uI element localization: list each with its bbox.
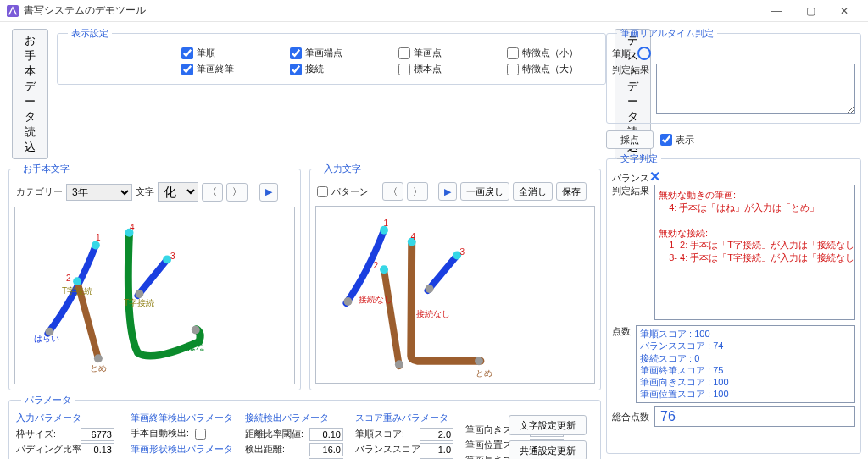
display-cb-5[interactable] — [290, 64, 302, 75]
w-balance-input[interactable] — [420, 443, 453, 456]
total-label: 総合点数 — [612, 411, 649, 423]
endstroke-auto-checkbox[interactable] — [195, 429, 206, 440]
no-connect-1: 接続なし — [359, 294, 392, 306]
model-canvas: 1 2 3 4 T字接続 T字接続 はらい とめ はね — [14, 207, 295, 384]
no-connect-2: 接続なし — [416, 308, 450, 320]
input-canvas[interactable]: 1 2 3 4 接続なし 接続なし とめ — [315, 206, 596, 384]
display-cb-4[interactable] — [181, 64, 193, 75]
score-list-box[interactable]: 筆順スコア : 100バランススコア : 74接続スコア : 0筆画終筆スコア … — [636, 325, 855, 403]
update-char-button[interactable]: 文字設定更新 — [509, 415, 587, 435]
category-select[interactable]: 3年 — [66, 184, 132, 201]
input-panel: 入力文字 パターン 〈 〉 ▶ 一画戻し 全消し 保存 — [309, 163, 602, 390]
char-judge-legend: 文字判定 — [617, 152, 661, 165]
order-status-icon — [637, 47, 651, 60]
display-cb-6[interactable] — [398, 64, 410, 75]
pattern-label: パターン — [331, 185, 369, 198]
svg-point-14 — [425, 285, 433, 293]
weight-params-head: スコア重みパラメータ — [355, 412, 453, 424]
judge-result-box[interactable]: 無効な動きの筆画: 4: 手本は「はね」が入力は「とめ」 無効な接続: 1- 2… — [654, 185, 855, 320]
input-params-head: 入力パラメータ — [16, 412, 119, 424]
save-button[interactable]: 保存 — [556, 182, 587, 201]
t-connect-1: T字接続 — [62, 285, 92, 297]
frame-size-input[interactable] — [81, 428, 114, 441]
params-panel: パラメータ 入力パラメータ 枠サイズ: パディング比率: バランス判定パラメータ… — [8, 394, 601, 459]
window-maximize-button[interactable]: ▢ — [793, 1, 827, 21]
display-cb-7[interactable] — [507, 64, 519, 75]
window-close-button[interactable]: ✕ — [827, 1, 861, 21]
window-title: 書写システムのデモツール — [24, 3, 760, 18]
order-label: 筆順 — [612, 47, 631, 60]
conn-dist-input[interactable] — [309, 443, 343, 456]
svg-point-11 — [380, 265, 388, 274]
input-next-button[interactable]: 〉 — [407, 182, 428, 201]
titlebar: 書写システムのデモツール — ▢ ✕ — [0, 0, 868, 22]
display-settings: 表示設定 筆順筆画端点筆画点特徴点（小）筆画終筆接続標本点特徴点（大） — [57, 27, 606, 85]
char-label: 文字 — [136, 185, 154, 198]
w-order-input[interactable] — [420, 428, 453, 441]
hane-label: はね — [187, 341, 204, 353]
model-play-button[interactable]: ▶ — [259, 183, 278, 202]
undo-button[interactable]: 一画戻し — [460, 182, 509, 201]
char-judge-panel: 文字判定 バランス✕ 判定結果 無効な動きの筆画: 4: 手本は「はね」が入力は… — [606, 152, 861, 454]
input-prev-button[interactable]: 〈 — [382, 182, 403, 201]
input-play-button[interactable]: ▶ — [438, 182, 457, 201]
svg-point-8 — [192, 326, 200, 335]
rt-result-box[interactable] — [656, 64, 855, 114]
load-model-button[interactable]: お手本データ読込 — [12, 29, 48, 159]
display-cb-1[interactable] — [290, 47, 302, 59]
endstroke-params-head: 筆画終筆検出パラメータ — [131, 412, 233, 424]
display-cb-3[interactable] — [507, 47, 519, 59]
clear-button[interactable]: 全消し — [513, 182, 553, 201]
display-cb-2[interactable] — [398, 47, 410, 59]
app-icon — [7, 5, 19, 17]
balance-x-icon: ✕ — [649, 169, 660, 184]
score-label: 点数 — [612, 325, 631, 338]
svg-point-10 — [343, 297, 352, 306]
svg-point-1 — [92, 241, 100, 250]
char-select[interactable]: 化 — [158, 182, 198, 202]
tome-label-2: とめ — [476, 368, 492, 379]
model-panel: お手本文字 カテゴリー 3年 文字 化 〈 〉 ▶ — [8, 163, 301, 390]
params-legend: パラメータ — [21, 394, 75, 406]
realtime-legend: 筆画リアルタイム判定 — [617, 27, 717, 40]
balance-label: バランス — [612, 173, 649, 183]
model-legend: お手本文字 — [19, 163, 73, 175]
harai-label: はらい — [34, 333, 59, 345]
judge-result-label: 判定結果 — [612, 185, 649, 197]
conn-ratio-input[interactable] — [309, 428, 343, 441]
conn-params-head: 接続検出パラメータ — [245, 412, 343, 424]
pattern-checkbox[interactable] — [317, 186, 328, 197]
score-button[interactable]: 採点 — [606, 130, 654, 149]
window-minimize-button[interactable]: — — [760, 1, 793, 21]
total-score-output — [654, 406, 855, 427]
model-next-button[interactable]: 〉 — [226, 183, 248, 202]
svg-point-16 — [475, 357, 483, 365]
category-label: カテゴリー — [16, 185, 63, 198]
svg-point-4 — [94, 354, 103, 362]
rt-result-label: 判定結果 — [612, 64, 649, 76]
realtime-panel: 筆画リアルタイム判定 筆順 判定結果 — [606, 27, 861, 124]
padding-input[interactable] — [81, 443, 114, 456]
model-prev-button[interactable]: 〈 — [202, 183, 223, 202]
tome-label: とめ — [90, 362, 107, 374]
svg-point-3 — [73, 277, 81, 285]
shape-params-head: 筆画形状検出パラメータ — [131, 443, 233, 456]
input-legend: 入力文字 — [320, 163, 364, 175]
display-cb-0[interactable] — [181, 47, 193, 59]
display-settings-legend: 表示設定 — [68, 27, 112, 40]
t-connect-2: T字接続 — [124, 297, 154, 309]
svg-point-12 — [394, 360, 403, 368]
show-checkbox[interactable] — [660, 134, 672, 146]
update-common-button[interactable]: 共通設定更新 — [509, 440, 587, 459]
